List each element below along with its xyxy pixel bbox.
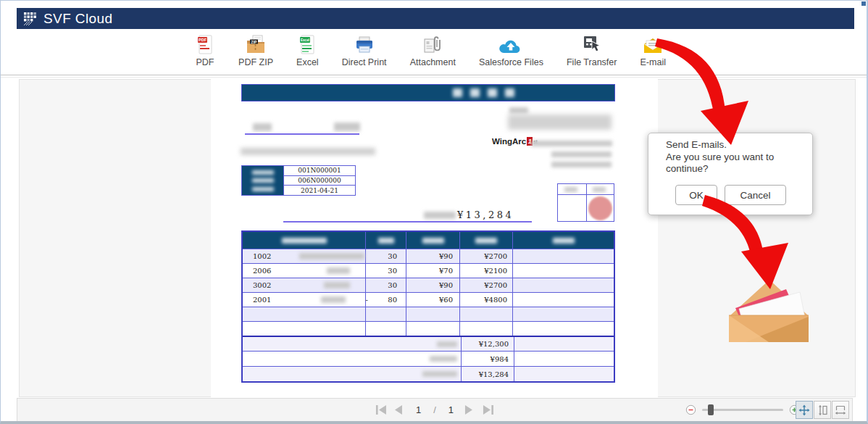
cancel-button[interactable]: Cancel: [725, 185, 786, 205]
pagination: 1 / 1: [375, 399, 494, 421]
redacted-title-text: [453, 88, 514, 97]
info-value: 2021-04-21: [284, 185, 355, 195]
total-amount-due: ¥13,284: [457, 209, 514, 220]
wingarc-logo-text: WingArc: [492, 137, 526, 146]
invoice-info-table: 001N000001 006N000000 2021-04-21: [241, 165, 356, 196]
app-title: SVF Cloud: [43, 11, 112, 27]
last-page-button[interactable]: [483, 404, 494, 415]
prev-page-button[interactable]: [393, 404, 405, 415]
toolbar-item-file-transfer[interactable]: File Transfer: [567, 32, 617, 71]
file-transfer-icon: [581, 32, 603, 56]
paperclip-icon: [422, 32, 443, 56]
redacted-text: [508, 115, 612, 130]
current-page[interactable]: 1: [412, 404, 425, 415]
toolbar-separator: [1, 75, 867, 75]
window-corner: [861, 1, 866, 6]
toolbar-item-label: Salesforce Files: [479, 57, 543, 67]
fit-width-icon: [835, 404, 846, 416]
app-header: SVF Cloud: [17, 8, 854, 29]
toolbar-item-label: PDF: [196, 57, 214, 67]
dialog-message-line2: Are you sure you want to continue?: [666, 151, 804, 175]
toolbar-item-pdf-zip[interactable]: ZIP PDF ZIP: [238, 32, 273, 71]
first-page-button[interactable]: [375, 404, 387, 415]
redacted-text: [424, 212, 456, 219]
total-pages: 1: [444, 404, 458, 415]
svg-text:ZIP: ZIP: [251, 40, 257, 44]
printer-icon: [354, 32, 375, 56]
approval-stamp-box: [557, 183, 614, 222]
bottom-bar: 1 / 1: [17, 398, 853, 422]
redacted-text: [593, 187, 606, 192]
fit-page-icon: [798, 404, 810, 416]
toolbar-item-label: E-mail: [640, 57, 666, 67]
page-separator: /: [432, 404, 438, 415]
totals-row-tax: ¥984: [243, 351, 614, 366]
svf-cloud-logo-icon: [23, 12, 38, 26]
toolbar-separator-shadow: [1, 77, 867, 78]
redacted-text: [551, 162, 612, 167]
table-row-empty: [243, 307, 614, 321]
info-value: 001N000001: [284, 166, 355, 175]
next-page-button[interactable]: [464, 404, 476, 415]
zoom-controls: [685, 399, 800, 421]
redacted-text: [509, 107, 528, 114]
dialog-message-line1: Send E-mails.: [666, 139, 804, 151]
toolbar-item-label: Direct Print: [342, 57, 387, 67]
cloud-upload-icon: [498, 32, 523, 56]
excel-file-icon: Excel: [297, 32, 317, 56]
fit-height-button[interactable]: [814, 401, 831, 419]
zoom-out-button[interactable]: [685, 404, 696, 415]
redacted-text: [334, 122, 360, 131]
fit-buttons: [796, 401, 849, 419]
svg-text:Excel: Excel: [301, 38, 309, 42]
customer-underline: [245, 133, 359, 135]
ok-button[interactable]: OK: [675, 185, 717, 205]
toolbar-item-excel[interactable]: Excel Excel: [296, 32, 319, 71]
email-envelope-icon: [643, 32, 663, 56]
red-hanko-seal: [588, 196, 612, 220]
redacted-text: [437, 341, 457, 347]
table-header-row: [243, 232, 614, 249]
invoice-line-items-table: 1002 30 ¥90 ¥2700 2006 30 ¥70 ¥2100 3002…: [241, 230, 615, 383]
pdf-zip-icon: ZIP: [245, 32, 267, 56]
toolbar-item-label: Attachment: [410, 57, 456, 67]
info-table-header-column: [242, 166, 283, 195]
redacted-text: [564, 187, 577, 192]
toolbar-item-salesforce-files[interactable]: Salesforce Files: [479, 32, 543, 71]
fit-page-button[interactable]: [796, 401, 813, 419]
table-row: 3002 30 ¥90 ¥2700: [243, 278, 614, 292]
pdf-file-icon: PDF: [195, 32, 215, 56]
app-window: SVF Cloud PDF PDF: [0, 0, 868, 424]
invoice-title-bar: [241, 84, 615, 101]
redacted-text: [241, 148, 375, 155]
toolbar-item-attachment[interactable]: Attachment: [410, 32, 456, 71]
redacted-text: [253, 123, 272, 131]
redacted-text: [551, 151, 612, 157]
info-value: 006N000000: [284, 175, 355, 186]
table-row: 2006 30 ¥70 ¥2100: [243, 263, 614, 278]
totals-row-subtotal: ¥12,300: [243, 336, 614, 351]
totals-row-grand-total: ¥13,284: [243, 366, 614, 381]
zoom-slider[interactable]: [702, 409, 783, 411]
redacted-text: [430, 356, 457, 362]
toolbar-item-label: PDF ZIP: [238, 57, 273, 67]
zoom-slider-handle[interactable]: [708, 404, 714, 415]
redacted-text: [422, 371, 457, 377]
toolbar-item-label: File Transfer: [567, 57, 617, 67]
fit-width-button[interactable]: [832, 401, 849, 419]
redacted-text: [531, 141, 612, 146]
svg-text:PDF: PDF: [199, 38, 207, 42]
table-row: 1002 30 ¥90 ¥2700: [243, 249, 614, 263]
table-row: 2001- 80 ¥60 ¥4800: [243, 292, 614, 307]
total-underline: [283, 221, 532, 223]
toolbar-item-email[interactable]: E-mail: [640, 32, 666, 71]
send-email-confirm-dialog: Send E-mails. Are you sure you want to c…: [648, 133, 813, 215]
fit-height-icon: [817, 404, 828, 416]
toolbar-item-label: Excel: [296, 57, 319, 67]
toolbar: PDF PDF ZIP PDF ZIP: [195, 32, 666, 71]
toolbar-item-pdf[interactable]: PDF PDF: [195, 32, 215, 71]
table-row-empty: [243, 321, 614, 336]
toolbar-item-direct-print[interactable]: Direct Print: [342, 32, 387, 71]
